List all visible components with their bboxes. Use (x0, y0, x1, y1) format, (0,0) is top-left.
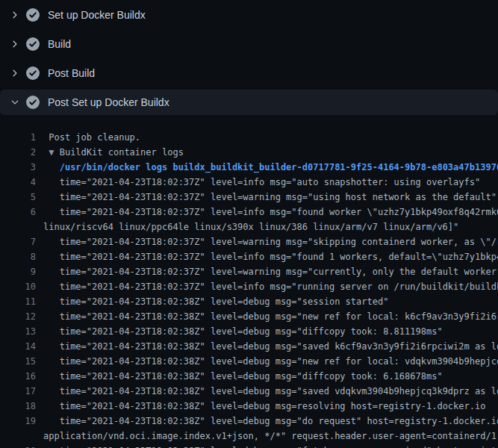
step-row-set-up-docker-buildx[interactable]: Set up Docker Buildx (0, 2, 498, 28)
log-line-text: time="2021-04-23T18:02:38Z" level=debug … (43, 324, 443, 339)
step-label: Set up Docker Buildx (48, 9, 146, 21)
log-line-text: time="2021-04-23T18:02:37Z" level=info m… (43, 205, 498, 220)
line-number[interactable]: 9 (0, 264, 36, 279)
log-line: 13 time="2021-04-23T18:02:38Z" level=deb… (0, 324, 498, 339)
line-number (0, 429, 36, 444)
log-line-text: time="2021-04-23T18:02:37Z" level=info m… (43, 279, 498, 294)
log-panel: 1 Post job cleanup. 2 ▼ BuildKit contain… (0, 119, 498, 448)
log-line-text: application/vnd.oci.image.index.v1+json,… (43, 429, 498, 444)
log-line: 15 time="2021-04-23T18:02:38Z" level=deb… (0, 354, 498, 369)
log-line-text: time="2021-04-23T18:02:37Z" level=info m… (43, 175, 480, 190)
log-line-text: linux/riscv64 linux/ppc64le linux/s390x … (43, 220, 458, 234)
line-number[interactable]: 7 (0, 234, 36, 249)
line-number[interactable]: 20 (0, 444, 36, 448)
line-number[interactable]: 14 (0, 339, 36, 354)
line-number[interactable]: 11 (0, 294, 36, 309)
log-line-text: time="2021-04-23T18:02:38Z" level=debug … (43, 354, 498, 369)
log-line: 1 Post job cleanup. (0, 130, 498, 145)
chevron-right-icon[interactable] (9, 67, 21, 79)
chevron-down-icon[interactable] (9, 96, 21, 108)
step-label: Build (48, 38, 71, 50)
log-line: 6 time="2021-04-23T18:02:37Z" level=info… (0, 205, 498, 220)
line-number[interactable]: 4 (0, 175, 36, 190)
check-circle-icon (26, 96, 40, 109)
line-number[interactable]: 6 (0, 205, 36, 220)
log-line-text: time="2021-04-23T18:02:38Z" level=debug … (43, 294, 388, 309)
log-line: linux/riscv64 linux/ppc64le linux/s390x … (0, 220, 498, 234)
line-number[interactable]: 16 (0, 369, 36, 384)
line-number[interactable]: 18 (0, 399, 36, 414)
line-number[interactable]: 13 (0, 324, 36, 339)
log-line-text: time="2021-04-23T18:02:38Z" level=debug … (43, 384, 498, 399)
log-line-text: time="2021-04-23T18:02:37Z" level=info m… (43, 249, 498, 264)
log-line: 11 time="2021-04-23T18:02:38Z" level=deb… (0, 294, 498, 309)
log-line-text: ▼ BuildKit container logs (43, 145, 184, 160)
log-line-text: time="2021-04-23T18:02:37Z" level=warnin… (43, 234, 498, 249)
log-line: 16 time="2021-04-23T18:02:38Z" level=deb… (0, 369, 498, 384)
log-line-text: time="2021-04-23T18:02:37Z" level=warnin… (43, 190, 497, 205)
log-line-text: /usr/bin/docker logs buildx_buildkit_bui… (43, 160, 498, 175)
chevron-right-icon[interactable] (9, 38, 21, 50)
step-row-build[interactable]: Build (0, 31, 498, 57)
log-line: 3 /usr/bin/docker logs buildx_buildkit_b… (0, 160, 498, 175)
line-number[interactable]: 3 (0, 160, 36, 175)
line-number[interactable]: 19 (0, 414, 36, 429)
step-label: Post Build (48, 67, 95, 79)
workflow-log-viewer: Set up Docker Buildx Build P (0, 0, 498, 448)
check-circle-icon (26, 37, 40, 51)
line-number[interactable]: 8 (0, 249, 36, 264)
step-label: Post Set up Docker Buildx (48, 96, 169, 108)
step-row-post-build[interactable]: Post Build (0, 60, 498, 86)
log-line-text: time="2021-04-23T18:02:38Z" level=debug … (43, 309, 498, 324)
log-line: 10 time="2021-04-23T18:02:37Z" level=inf… (0, 279, 498, 294)
log-line: 7 time="2021-04-23T18:02:37Z" level=warn… (0, 234, 498, 249)
log-line-text: time="2021-04-23T18:02:37Z" level=warnin… (43, 264, 498, 279)
line-number[interactable]: 2 (0, 145, 36, 160)
log-line: 19 time="2021-04-23T18:02:38Z" level=deb… (0, 414, 498, 429)
log-line: 12 time="2021-04-23T18:02:38Z" level=deb… (0, 309, 498, 324)
log-line: 18 time="2021-04-23T18:02:38Z" level=deb… (0, 399, 498, 414)
log-line-text: time="2021-04-23T18:02:38Z" level=debug … (43, 339, 498, 354)
log-line: application/vnd.oci.image.index.v1+json,… (0, 429, 498, 444)
log-line-text: Post job cleanup. (43, 130, 140, 145)
log-line: 2 ▼ BuildKit container logs (0, 145, 498, 160)
log-line: 9 time="2021-04-23T18:02:37Z" level=warn… (0, 264, 498, 279)
line-number[interactable]: 15 (0, 354, 36, 369)
log-line-text: time="2021-04-23T18:02:38Z" level=debug … (43, 414, 498, 429)
log-line-text: time="2021-04-23T18:02:38Z" level=debug … (43, 399, 485, 414)
line-number[interactable]: 10 (0, 279, 36, 294)
steps-list: Set up Docker Buildx Build P (0, 0, 498, 115)
log-line: 17 time="2021-04-23T18:02:38Z" level=deb… (0, 384, 498, 399)
line-number[interactable]: 17 (0, 384, 36, 399)
log-line: 8 time="2021-04-23T18:02:37Z" level=info… (0, 249, 498, 264)
line-number[interactable]: 1 (0, 130, 36, 145)
log-line: 20 time="2021-04-23T18:02:38Z" level=deb… (0, 444, 498, 448)
line-number[interactable]: 12 (0, 309, 36, 324)
log-line: 4 time="2021-04-23T18:02:37Z" level=info… (0, 175, 498, 190)
chevron-right-icon[interactable] (9, 9, 21, 21)
log-line: 5 time="2021-04-23T18:02:37Z" level=warn… (0, 190, 498, 205)
log-line-text: time="2021-04-23T18:02:38Z" level=debug … (43, 369, 443, 384)
line-number[interactable]: 5 (0, 190, 36, 205)
log-line-text: time="2021-04-23T18:02:38Z" level=debug … (43, 444, 498, 448)
check-circle-icon (26, 66, 40, 80)
triangle-down-icon[interactable]: ▼ (49, 147, 54, 158)
step-row-post-set-up-docker-buildx[interactable]: Post Set up Docker Buildx (0, 90, 498, 115)
log-line: 14 time="2021-04-23T18:02:38Z" level=deb… (0, 339, 498, 354)
check-circle-icon (26, 8, 40, 22)
line-number (0, 220, 36, 234)
